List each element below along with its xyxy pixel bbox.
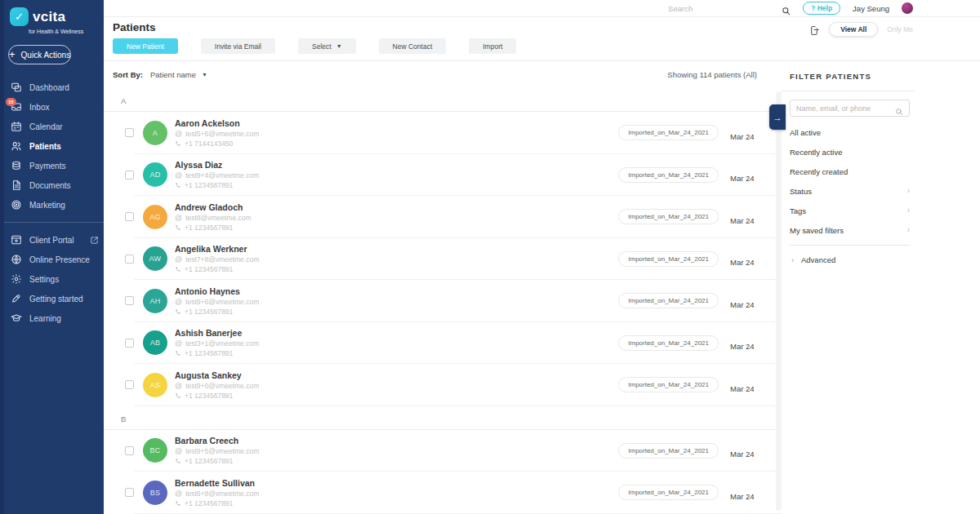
external-link-icon [90, 236, 99, 245]
filter-item-status[interactable]: Status› [790, 181, 910, 201]
patient-row[interactable]: AHAntonio Haynes@test9+6@vmeetme.com+1 1… [104, 280, 782, 322]
at-icon: @ [175, 255, 182, 264]
avatar[interactable]: AW [143, 246, 167, 271]
global-search-input[interactable] [668, 4, 777, 13]
row-checkbox[interactable] [125, 446, 134, 455]
patient-row[interactable]: ADAlyssa Diaz@test9+4@vmeetme.com+1 1234… [104, 154, 782, 197]
tag-pill[interactable]: Imported_on_Mar_24_2021 [618, 293, 719, 308]
filter-item-tags[interactable]: Tags› [790, 201, 910, 220]
user-avatar[interactable] [902, 2, 913, 14]
tag-pill[interactable]: Imported_on_Mar_24_2021 [618, 335, 719, 351]
search-icon[interactable] [782, 4, 791, 13]
only-me-button[interactable]: Only Me [887, 25, 913, 33]
sidebar-item-label: Dashboard [29, 83, 69, 92]
patient-row[interactable]: AWAngelika Werkner@test7+8@vmeetme.com+1… [104, 238, 782, 281]
patient-name[interactable]: Angelika Werkner [175, 244, 259, 254]
tag-pill[interactable]: Imported_on_Mar_24_2021 [618, 485, 719, 500]
new-contact-button[interactable]: New Contact [379, 38, 447, 54]
filter-item-recently-active[interactable]: Recently active [790, 142, 910, 162]
patient-row[interactable]: ABAshish Banerjee@test3+1@vmeetme.com+1 … [104, 322, 782, 365]
sidebar-item-payments[interactable]: Payments [0, 156, 104, 175]
patient-name[interactable]: Andrew Gladoch [175, 202, 252, 212]
patient-name[interactable]: Aaron Ackelson [175, 118, 259, 128]
sidebar-item-dashboard[interactable]: Dashboard [0, 78, 104, 97]
patient-info: Ashish Banerjee@test3+1@vmeetme.com+1 12… [175, 328, 259, 357]
filter-search[interactable] [790, 100, 910, 117]
sidebar-item-learning[interactable]: Learning [0, 308, 104, 328]
patient-row[interactable]: BCBarbara Creech@test9+5@vmeetme.com+1 1… [104, 430, 782, 472]
sidebar-item-documents[interactable]: Documents [0, 175, 104, 195]
sidebar-item-client-portal[interactable]: Client Portal [0, 230, 104, 250]
sidebar-item-patients[interactable]: Patients [0, 136, 104, 156]
tag-pill[interactable]: Imported_on_Mar_24_2021 [618, 377, 719, 392]
row-checkbox[interactable] [125, 339, 134, 348]
tag-pill[interactable]: Imported_on_Mar_24_2021 [618, 167, 719, 183]
sidebar-item-settings[interactable]: Settings [0, 269, 104, 289]
topbar: ? Help Jay Seung [104, 0, 980, 17]
phone-text: +1 1234567891 [185, 457, 233, 465]
avatar[interactable]: AB [143, 330, 167, 355]
caret-down-icon: ▼ [336, 43, 342, 49]
avatar[interactable]: BS [143, 481, 167, 505]
row-checkbox[interactable] [125, 255, 134, 264]
avatar[interactable]: AD [143, 162, 167, 187]
row-checkbox[interactable] [125, 212, 134, 221]
avatar[interactable]: A [143, 121, 167, 145]
phone-text: +1 1234567891 [185, 224, 233, 232]
row-checkbox[interactable] [125, 380, 134, 389]
row-checkbox[interactable] [125, 296, 134, 305]
patient-name[interactable]: Augusta Sankey [175, 370, 259, 380]
filter-search-input[interactable] [796, 104, 892, 113]
avatar[interactable]: AG [143, 205, 167, 229]
tag-pill[interactable]: Imported_on_Mar_24_2021 [618, 125, 719, 140]
at-icon: @ [175, 382, 182, 390]
sidebar-item-marketing[interactable]: Marketing [0, 195, 104, 215]
row-checkbox[interactable] [125, 128, 134, 137]
patient-name[interactable]: Barbara Creech [175, 436, 259, 445]
sidebar-item-online-presence[interactable]: Online Presence [0, 250, 104, 269]
advanced-filters-toggle[interactable]: › Advanced [791, 255, 980, 264]
email-text: test7+8@vmeetme.com [185, 255, 259, 264]
avatar[interactable]: AH [143, 289, 167, 313]
select-button[interactable]: Select▼ [298, 38, 356, 54]
import-button[interactable]: Import [469, 38, 516, 54]
row-date: Mar 24 [730, 384, 761, 393]
user-name[interactable]: Jay Seung [853, 4, 889, 13]
avatar[interactable]: AS [143, 373, 167, 397]
patient-row[interactable]: ASAugusta Sankey@test9+0@vmeetme.com+1 1… [104, 364, 782, 406]
tag-pill[interactable]: Imported_on_Mar_24_2021 [618, 251, 719, 267]
sidebar-item-getting-started[interactable]: Getting started [0, 289, 104, 308]
help-button[interactable]: ? Help [803, 2, 840, 15]
new-patient-button[interactable]: New Patient [113, 38, 178, 54]
row-date: Mar 24 [730, 492, 761, 501]
patient-name[interactable]: Bernadette Sullivan [175, 478, 259, 488]
sort-select[interactable]: Patient name ▼ [150, 70, 207, 79]
avatar[interactable]: BC [143, 438, 167, 463]
row-checkbox[interactable] [125, 488, 134, 497]
patient-name[interactable]: Ashish Banerjee [175, 328, 259, 338]
patient-info: Antonio Haynes@test9+6@vmeetme.com+1 123… [175, 286, 259, 316]
export-icon[interactable] [809, 24, 820, 35]
tag-pill[interactable]: Imported_on_Mar_24_2021 [618, 209, 719, 224]
sidebar-item-calendar[interactable]: Calendar [0, 117, 104, 136]
patient-row[interactable]: BSBernadette Sullivan@test6+8@vmeetme.co… [104, 472, 782, 514]
phone-text: +1 1234567891 [185, 265, 233, 273]
patient-name[interactable]: Antonio Haynes [175, 286, 259, 296]
filter-item-my-saved-filters[interactable]: My saved filters› [790, 220, 910, 240]
patient-name[interactable]: Alyssa Diaz [175, 160, 259, 170]
tag-pill[interactable]: Imported_on_Mar_24_2021 [618, 443, 719, 459]
invite-via-email-button[interactable]: Invite via Email [201, 38, 275, 54]
filter-collapse-tab[interactable]: → [769, 104, 786, 130]
filter-item-all-active[interactable]: All active [790, 122, 910, 142]
filter-item-recently-created[interactable]: Recently created [790, 162, 910, 181]
row-checkbox[interactable] [125, 171, 134, 179]
view-all-button[interactable]: View All [829, 22, 878, 37]
patient-row[interactable]: AAaron Ackelson@test5+6@vmeetme.com+1 71… [104, 112, 782, 154]
sidebar-item-inbox[interactable]: 15Inbox [0, 97, 104, 117]
quick-actions-button[interactable]: + Quick Actions [8, 45, 71, 64]
patient-row[interactable]: AGAndrew Gladoch@test8@vmeetme.com+1 123… [104, 196, 782, 238]
global-search[interactable] [668, 4, 791, 13]
inbox-icon: 15 [11, 101, 22, 113]
phone-icon [175, 266, 181, 273]
list-scrollbar[interactable] [776, 91, 782, 511]
